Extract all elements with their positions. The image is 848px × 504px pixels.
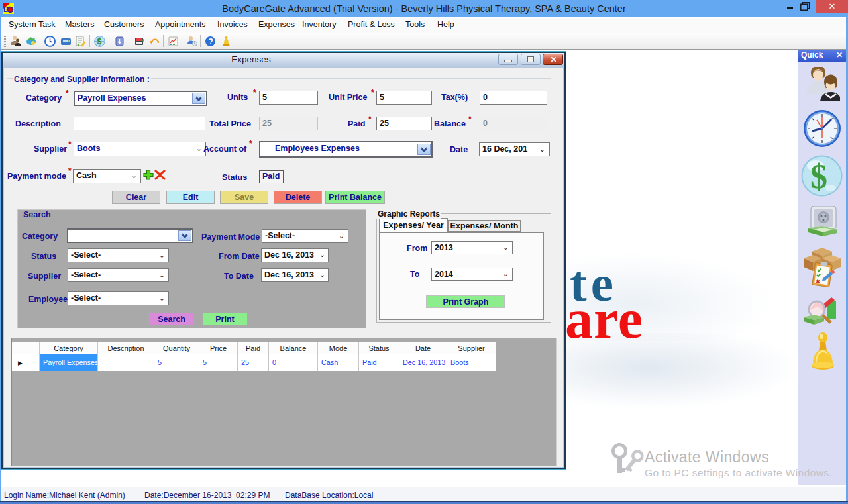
svg-text:$: $ (810, 158, 827, 195)
svg-text:?: ? (209, 37, 213, 46)
svg-text:$: $ (97, 37, 102, 46)
